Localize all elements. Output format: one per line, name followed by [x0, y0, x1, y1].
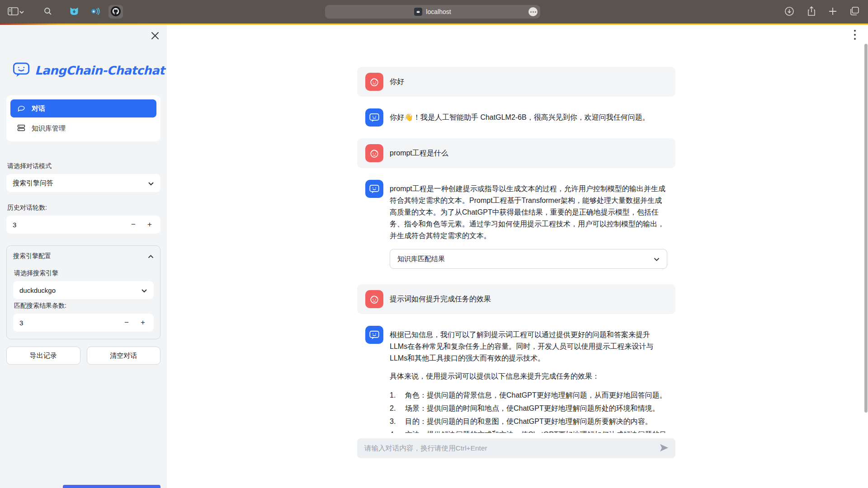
search-engine-select[interactable]: duckduckgo [13, 281, 154, 299]
result-count-label: 匹配搜索结果条数: [14, 302, 153, 310]
message-list: 你好 你好👋！我是人工智能助手 ChatGLM [357, 67, 675, 433]
browser-toolbar: ★ [0, 0, 868, 23]
search-engine-label: 请选择搜索引擎 [14, 269, 153, 277]
nav-item-knowledge-base[interactable]: 知识库管理 [10, 119, 156, 137]
history-rounds-input[interactable]: 3 − + [6, 216, 160, 234]
nav-item-dialogue[interactable]: 对话 [10, 99, 156, 117]
assistant-avatar [365, 326, 383, 344]
chevron-down-icon [148, 179, 154, 187]
message-text: 根据已知信息，我们可以了解到提示词工程可以通过提供更好的问题和答案来提升LLMs… [390, 329, 667, 364]
cat-icon [69, 6, 80, 18]
nav-card: 对话 知识库管理 [6, 95, 160, 141]
list-item: 目的：提供问题的目的和意图，使ChatGPT更好地理解问题所要解决的内容。 [390, 415, 667, 428]
assistant-avatar [365, 180, 383, 198]
expander-title: 搜索引擎配置 [13, 252, 51, 260]
message-text: 具体来说，使用提示词可以提供以下信息来提升完成任务的效果： [390, 371, 667, 382]
close-icon [151, 34, 159, 41]
pinned-tab-cat[interactable] [67, 5, 81, 19]
logo-text: LangChain-Chatchat [35, 64, 165, 77]
search-engine-value: duckduckgo [19, 286, 56, 294]
result-count-value: 3 [19, 319, 118, 327]
screen: ★ [0, 0, 868, 488]
sidebar: LangChain-Chatchat 对话 [0, 25, 167, 488]
url-bar[interactable]: localhost [325, 5, 540, 19]
scrollbar-thumb[interactable] [864, 44, 868, 413]
message-list-items: 角色：提供问题的背景信息，使ChatGPT更好地理解问题，从而更好地回答问题。 … [390, 389, 667, 433]
chevron-up-icon [148, 253, 154, 260]
search-icon [43, 7, 52, 17]
dock-edge-bar [63, 485, 160, 488]
nav-item-label: 对话 [32, 104, 45, 113]
nav-item-label: 知识库管理 [32, 124, 66, 133]
url-text: localhost [426, 8, 451, 15]
user-message: prompt工程是什么 [357, 138, 675, 168]
user-avatar [365, 290, 383, 308]
send-icon [659, 443, 669, 454]
share-button[interactable] [807, 6, 816, 18]
tabs-overview-icon [849, 6, 860, 18]
assistant-message: 你好👋！我是人工智能助手 ChatGLM2-6B，很高兴见到你，欢迎问我任何问题… [357, 108, 675, 127]
github-icon [110, 6, 121, 18]
history-minus-button[interactable]: − [125, 216, 142, 234]
clear-dialogue-button[interactable]: 清空对话 [87, 347, 161, 365]
user-message: 你好 [357, 67, 675, 97]
list-item: 角色：提供问题的背景信息，使ChatGPT更好地理解问题，从而更好地回答问题。 [390, 389, 667, 402]
results-minus-button[interactable]: − [118, 314, 135, 332]
pinned-tab-ripple[interactable]: ★ [88, 5, 102, 19]
database-icon [17, 123, 26, 134]
user-message: 提示词如何提升完成任务的效果 [357, 284, 675, 314]
chevron-down-icon [654, 253, 660, 265]
knowledge-match-expander[interactable]: 知识库匹配结果 [390, 249, 667, 269]
main-menu-button[interactable] [849, 28, 860, 42]
message-text: 提示词如何提升完成任务的效果 [390, 293, 667, 305]
assistant-message: prompt工程是一种创建提示或指导以生成文本的过程，允许用户控制模型的输出并生… [357, 180, 675, 269]
tab-github[interactable] [108, 5, 123, 19]
chevron-down-icon [19, 9, 24, 15]
assistant-message: 根据已知信息，我们可以了解到提示词工程可以通过提供更好的问题和答案来提升LLMs… [357, 326, 675, 433]
expander-label: 知识库匹配结果 [397, 253, 445, 265]
dialog-mode-select[interactable]: 搜索引擎问答 [6, 174, 160, 192]
search-button[interactable] [43, 7, 52, 17]
results-plus-button[interactable]: + [135, 314, 151, 332]
page-options-icon[interactable] [528, 7, 538, 16]
history-rounds-label: 历史对话轮数: [7, 204, 160, 212]
assistant-avatar [365, 108, 383, 127]
history-rounds-value: 3 [13, 221, 125, 229]
chat-main: 你好 你好👋！我是人工智能助手 ChatGLM [167, 25, 868, 488]
site-favicon [414, 8, 422, 16]
message-text: prompt工程是什么 [390, 147, 667, 159]
chat-input-bar [357, 438, 675, 458]
list-item: 场景：提供问题的时间和地点，使ChatGPT更好地理解问题所处的环境和情境。 [390, 402, 667, 415]
message-text: 你好 [390, 76, 667, 88]
chat-bubble-icon [17, 103, 26, 114]
app-logo: LangChain-Chatchat [6, 60, 160, 81]
dialog-mode-label: 请选择对话模式 [7, 162, 160, 170]
logo-chat-bubble-icon [12, 60, 31, 81]
user-avatar [365, 73, 383, 91]
sidebar-toggle-button[interactable] [7, 6, 24, 18]
history-plus-button[interactable]: + [142, 216, 158, 234]
downloads-button[interactable] [784, 6, 795, 18]
message-text: 你好👋！我是人工智能助手 ChatGLM2-6B，很高兴见到你，欢迎问我任何问题… [390, 108, 667, 127]
dialog-mode-value: 搜索引擎问答 [13, 179, 53, 188]
sidebar-close-button[interactable] [150, 31, 160, 42]
send-button[interactable] [659, 443, 669, 454]
chat-input[interactable] [364, 444, 659, 452]
tabs-overview-button[interactable] [849, 6, 860, 18]
user-avatar [365, 144, 383, 162]
expander-header[interactable]: 搜索引擎配置 [13, 246, 154, 267]
svg-text:★: ★ [92, 9, 95, 14]
list-item: 方法：提供解决问题的方式和方法，使ChatGPT更好地理解如何达成解决问题的目标… [390, 428, 667, 433]
search-engine-config-expander: 搜索引擎配置 请选择搜索引擎 duckduckgo 匹配搜索结果条数: 3 − [6, 245, 160, 339]
new-tab-button[interactable] [828, 7, 837, 17]
result-count-input[interactable]: 3 − + [13, 314, 154, 332]
message-text: prompt工程是一种创建提示或指导以生成文本的过程，允许用户控制模型的输出并生… [390, 183, 667, 242]
download-icon [784, 6, 795, 18]
ripple-star-icon: ★ [89, 6, 101, 18]
chevron-down-icon [141, 286, 147, 294]
plus-icon [828, 7, 837, 17]
export-records-button[interactable]: 导出记录 [6, 347, 80, 365]
share-icon [807, 6, 816, 18]
sidebar-toggle-icon [7, 6, 19, 18]
